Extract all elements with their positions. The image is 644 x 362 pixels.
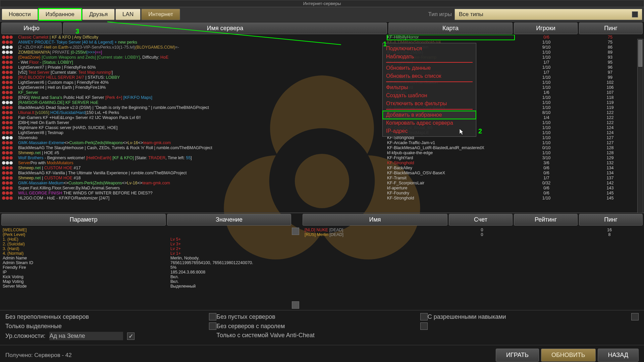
value-row: 5% [170,265,289,270]
detail-column-headers: Параметр Значение Имя Счет Рейтинг Пинг [0,213,644,226]
ctx-IP-адрес[interactable]: IP-адрес [383,127,476,135]
filter-vac-label: Только с системой Valve Anti-Cheat [216,332,427,339]
server-row[interactable]: ServerPro with ModsMutatorsKF-Stronghold… [0,161,644,166]
player-row[interactable]: [NLD] NUKE [DEAD] [305,228,450,232]
server-row[interactable]: Shmeep.net | HOE #5kf-kfpub-quake-the-ed… [0,150,644,156]
server-row[interactable]: Classic Camelot | KF & KFO | Any Difficu… [0,35,644,40]
refresh-button[interactable]: ОБНОВИТЬ [541,349,596,362]
ctx-Добавить в избранное[interactable]: Добавить в избранное [383,111,476,119]
server-row[interactable]: [v52] Test Server [Current state: Test M… [0,70,644,75]
col-map[interactable]: Карта [388,22,513,34]
filter-dedicated-label: Только выделенные [5,323,205,330]
filter-no-password-label: Без серверов с паролем [216,323,416,330]
tab-Новости[interactable]: Новости [2,9,38,20]
col-value[interactable]: Значение [167,214,291,226]
param-row: Map Voting [3,279,165,284]
scroll-up-icon[interactable] [292,228,299,235]
server-row[interactable]: Shmeep.net | CUSTOM HOE #17KF-BackAlley0… [0,166,644,171]
ctx-Обновить данные[interactable]: Обновить данные [383,64,476,72]
ctx-Отключить все фильтры[interactable]: Отключить все фильтры [383,100,476,108]
tab-Избранное[interactable]: Избранное [39,9,82,20]
server-row[interactable]: [RAMSOR-GAMING.DE] KF SERVER HoEKF-Bioti… [0,100,644,105]
param-row: Server Mode [3,284,165,289]
filter-no-full-label: Без переполненных серверов [5,313,205,320]
server-row[interactable]: |Z =ZLOY-KF-Hell on Earth-v.2023-VIP-Ser… [0,45,644,50]
ctx-Фильтры[interactable]: Фильтры [383,83,476,92]
server-row[interactable]: ZOMBIEMANIYA| PRIVATE |0-255lvl|>>>|==]K… [0,50,644,55]
ctx-Подключиться[interactable]: Подключиться [383,45,476,53]
server-row[interactable]: [ENG] West and Sana's Public HoE KF Serv… [0,95,644,100]
value-row: Merlin, Nobody. [170,256,289,260]
play-button[interactable]: ИГРАТЬ [496,349,539,362]
filter-no-full-checkbox[interactable] [209,313,216,320]
window-title: Интернет-серверы [0,0,644,7]
filter-no-empty-label: Без пустых серверов [216,313,416,320]
server-row[interactable]: Shmeep.net | CUSTOM HOE #18KF-Transit1/7… [0,176,644,181]
chevron-down-icon[interactable] [632,11,638,17]
col-ping[interactable]: Пинг [579,22,643,34]
filter-no-password-checkbox[interactable] [420,322,428,330]
server-row[interactable]: BlackMesaAG Dead Space v2.0 (DSM) | "Dea… [0,105,644,110]
detail-body: [WELCOME]{Perk Level}1. (HoE)2. (Suicida… [0,226,644,310]
tab-bar: НовостиИзбранноеДрузьяLANИнтернет Тип иг… [0,7,644,22]
server-row[interactable]: LightServer#6 | Custom maps | FriendlyFi… [0,80,644,85]
server-row[interactable]: {DeadZone} [Custom Weapons and Zeds] [Cu… [0,55,644,60]
server-row[interactable]: LightServer#8 | TestmapKF-SteamyTestMapL… [0,130,644,135]
server-row[interactable]: GMK-Massaker-Extreme<>Custom-Perk|Zeds|W… [0,140,644,145]
server-row[interactable]: BlackMesaAG KF-Vanilla | The Ultimate Va… [0,171,644,176]
col-score[interactable]: Счет [449,214,513,226]
value-row: Вкл. [170,279,289,284]
filter-no-empty-checkbox[interactable] [420,313,428,320]
ctx-Обновить весь список[interactable]: Обновить весь список [383,72,476,80]
col-param[interactable]: Параметр [1,214,166,226]
server-row[interactable]: BlackMesaAG The Slaughterhouse | Cash, Z… [0,145,644,150]
col-players[interactable]: Игроки [514,22,578,34]
server-row[interactable]: Fair-Gamers KF +HoE&Long« Server #2 IJC … [0,115,644,120]
server-row[interactable]: WILL GEORGE FINISH THE WINDS OF WINTER B… [0,191,644,196]
server-row[interactable]: [RU] BLOODY HELL SERVER 24/7 | STATUS: L… [0,75,644,80]
server-row[interactable]: Uliunai.lt:[v1065]:HOE/Suicidal/Hard|150… [0,110,644,115]
ctx-Создать шаблон[interactable]: Создать шаблон [383,92,476,100]
value-row: Lv 2+ [170,246,289,251]
tab-Друзья[interactable]: Друзья [82,9,115,20]
ctx-Копировать адрес сервера[interactable]: Копировать адрес сервера [383,119,476,127]
col-rating[interactable]: Рейтинг [514,214,578,226]
server-row[interactable]: Super.Fast.Killing.Floor.Server.By.MaD.A… [0,186,644,191]
col-server-name[interactable]: Имя сервера [63,22,387,34]
server-list[interactable]: Classic Camelot | KF & KFO | Any Difficu… [0,35,644,213]
server-row[interactable]: HL2GO.COM - HoE - KF/KFO/Randomizer [24/… [0,196,644,201]
tab-Интернет[interactable]: Интернет [141,9,180,20]
filter-dedicated-checkbox[interactable] [209,322,216,330]
game-type-label: Тип игры [428,11,452,18]
server-row[interactable]: LightServer#7 | Private | FriendlyFire 6… [0,65,644,70]
game-type-select[interactable]: Все типы [454,9,642,20]
server-row[interactable]: SlovenskoKF-Stronghold1/10127 [0,135,644,140]
server-row[interactable]: Wolf Brothers - Beginners welcome! [Hell… [0,156,644,161]
server-row[interactable]: Nightmare KF Classic server [HARD, SUICI… [0,125,644,130]
filter-difficulty-checkbox[interactable] [127,333,135,340]
server-row[interactable]: GMK-Massaker-Medium<>Custom-Perk|Zeds|We… [0,181,644,186]
back-button[interactable]: НАЗАД [598,349,639,362]
scrollbar-thumb[interactable] [638,40,642,67]
col-player-name[interactable]: Имя [303,214,447,226]
difficulty-select[interactable]: Ад на Земле [49,332,123,340]
server-row[interactable]: KF_ServerKF-Offices1/6107 [0,90,644,95]
context-menu[interactable]: ПодключитьсяНаблюдатьОбновить данныеОбно… [382,43,476,137]
detail-params: [WELCOME]{Perk Level}1. (HoE)2. (Suicida… [0,226,168,310]
server-row[interactable]: ANWEY PROJECT- Tokyo Server [40 lvl & Le… [0,40,644,45]
param-row: Admin Steam ID [3,260,165,265]
param-row: [WELCOME] [3,228,165,232]
server-row[interactable]: [DBH] Hell On Earth ServerKF-Biohazard1/… [0,120,644,125]
ctx-Наблюдать[interactable]: Наблюдать [383,53,476,61]
tab-LAN[interactable]: LAN [115,9,141,20]
server-row[interactable]: LightServer#4 | Hell on Earth | Friendly… [0,85,644,90]
filter-perks-checkbox[interactable] [631,313,639,320]
scrollbar[interactable] [637,39,643,213]
col-info[interactable]: Инфо [1,22,62,34]
scroll-down-icon[interactable] [292,301,299,309]
param-row: 1. (HoE) [3,237,165,242]
col-player-ping[interactable]: Пинг [579,214,643,226]
server-row[interactable]: - Wet Floor - [Status: LOBBY]KF-FrightYa… [0,60,644,65]
player-row[interactable]: [RUS] Merlin [DEAD] [305,232,450,237]
value-row: Lv 3+ [170,242,289,246]
